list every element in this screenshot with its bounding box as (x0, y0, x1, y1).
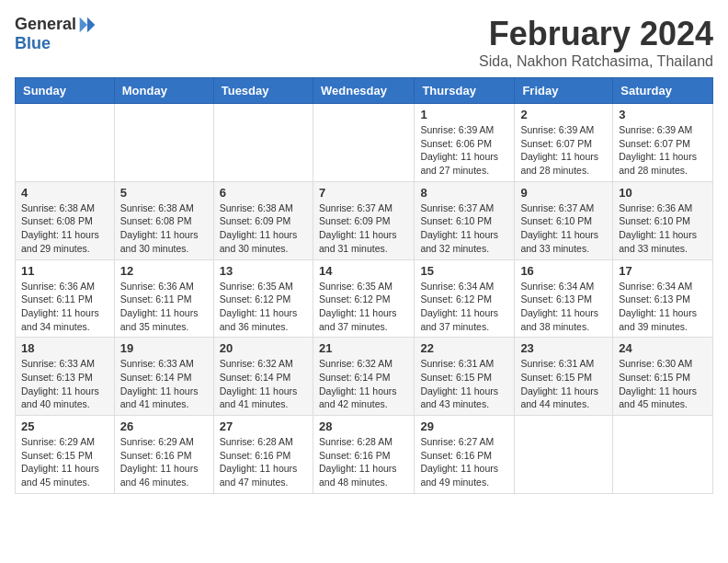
calendar-cell: 20Sunrise: 6:32 AMSunset: 6:14 PMDayligh… (213, 338, 313, 416)
calendar-cell: 17Sunrise: 6:34 AMSunset: 6:13 PMDayligh… (613, 259, 713, 338)
week-row-2: 11Sunrise: 6:36 AMSunset: 6:11 PMDayligh… (16, 259, 713, 338)
calendar-cell: 11Sunrise: 6:36 AMSunset: 6:11 PMDayligh… (16, 259, 115, 338)
svg-marker-1 (80, 17, 87, 32)
calendar-cell: 21Sunrise: 6:32 AMSunset: 6:14 PMDayligh… (313, 338, 414, 416)
day-info: Sunrise: 6:34 AMSunset: 6:12 PMDaylight:… (420, 280, 508, 334)
day-info: Sunrise: 6:32 AMSunset: 6:14 PMDaylight:… (220, 357, 307, 411)
weekday-header-tuesday: Tuesday (213, 78, 313, 104)
day-number: 13 (220, 264, 307, 278)
logo: General Blue (15, 15, 97, 53)
weekday-header-monday: Monday (114, 78, 213, 104)
day-info: Sunrise: 6:35 AMSunset: 6:12 PMDaylight:… (220, 280, 307, 334)
day-number: 16 (520, 264, 607, 278)
calendar-cell: 3Sunrise: 6:39 AMSunset: 6:07 PMDaylight… (613, 104, 713, 182)
day-number: 14 (319, 264, 408, 278)
day-number: 26 (120, 419, 208, 433)
day-info: Sunrise: 6:37 AMSunset: 6:10 PMDaylight:… (420, 201, 508, 256)
day-info: Sunrise: 6:27 AMSunset: 6:16 PMDaylight:… (420, 435, 508, 489)
calendar-cell (114, 104, 213, 182)
weekday-header-row: SundayMondayTuesdayWednesdayThursdayFrid… (16, 78, 713, 104)
calendar-table: SundayMondayTuesdayWednesdayThursdayFrid… (15, 77, 713, 494)
week-row-1: 4Sunrise: 6:38 AMSunset: 6:08 PMDaylight… (16, 181, 713, 259)
day-info: Sunrise: 6:32 AMSunset: 6:14 PMDaylight:… (319, 357, 408, 411)
day-info: Sunrise: 6:38 AMSunset: 6:08 PMDaylight:… (21, 201, 108, 256)
day-number: 11 (21, 264, 108, 278)
day-number: 3 (619, 108, 707, 121)
day-number: 5 (120, 186, 208, 200)
calendar-cell: 14Sunrise: 6:35 AMSunset: 6:12 PMDayligh… (313, 259, 414, 338)
day-number: 15 (420, 264, 508, 278)
calendar-cell: 26Sunrise: 6:29 AMSunset: 6:16 PMDayligh… (114, 416, 213, 494)
day-info: Sunrise: 6:33 AMSunset: 6:13 PMDaylight:… (21, 357, 108, 411)
day-number: 27 (220, 419, 307, 433)
day-number: 9 (520, 186, 607, 200)
day-info: Sunrise: 6:38 AMSunset: 6:09 PMDaylight:… (220, 201, 307, 256)
calendar-cell: 24Sunrise: 6:30 AMSunset: 6:15 PMDayligh… (613, 338, 713, 416)
logo-general-text: General (15, 15, 76, 34)
calendar-cell: 27Sunrise: 6:28 AMSunset: 6:16 PMDayligh… (213, 416, 313, 494)
day-number: 21 (319, 341, 408, 355)
calendar-cell: 8Sunrise: 6:37 AMSunset: 6:10 PMDaylight… (415, 181, 515, 259)
day-info: Sunrise: 6:38 AMSunset: 6:08 PMDaylight:… (120, 201, 208, 256)
location-title: Sida, Nakhon Ratchasima, Thailand (479, 53, 713, 70)
day-info: Sunrise: 6:31 AMSunset: 6:15 PMDaylight:… (420, 357, 508, 411)
weekday-header-thursday: Thursday (415, 78, 515, 104)
day-info: Sunrise: 6:34 AMSunset: 6:13 PMDaylight:… (520, 280, 607, 334)
page-header: General Blue February 2024 Sida, Nakhon … (15, 15, 713, 70)
day-info: Sunrise: 6:28 AMSunset: 6:16 PMDaylight:… (220, 435, 307, 489)
calendar-cell: 22Sunrise: 6:31 AMSunset: 6:15 PMDayligh… (415, 338, 515, 416)
day-info: Sunrise: 6:36 AMSunset: 6:11 PMDaylight:… (120, 280, 208, 334)
weekday-header-saturday: Saturday (613, 78, 713, 104)
calendar-cell: 7Sunrise: 6:37 AMSunset: 6:09 PMDaylight… (313, 181, 414, 259)
day-info: Sunrise: 6:30 AMSunset: 6:15 PMDaylight:… (619, 357, 707, 411)
day-number: 12 (120, 264, 208, 278)
calendar-cell: 29Sunrise: 6:27 AMSunset: 6:16 PMDayligh… (415, 416, 515, 494)
day-number: 18 (21, 341, 108, 355)
week-row-0: 1Sunrise: 6:39 AMSunset: 6:06 PMDaylight… (16, 104, 713, 182)
calendar-cell (613, 416, 713, 494)
day-number: 23 (520, 341, 607, 355)
day-number: 20 (220, 341, 307, 355)
day-info: Sunrise: 6:29 AMSunset: 6:15 PMDaylight:… (21, 435, 108, 489)
day-number: 28 (319, 419, 408, 433)
weekday-header-friday: Friday (515, 78, 613, 104)
title-area: February 2024 Sida, Nakhon Ratchasima, T… (479, 15, 713, 70)
day-info: Sunrise: 6:28 AMSunset: 6:16 PMDaylight:… (319, 435, 408, 489)
day-info: Sunrise: 6:36 AMSunset: 6:10 PMDaylight:… (619, 201, 707, 256)
day-number: 17 (619, 264, 707, 278)
svg-marker-0 (87, 17, 95, 32)
calendar-cell: 28Sunrise: 6:28 AMSunset: 6:16 PMDayligh… (313, 416, 414, 494)
weekday-header-wednesday: Wednesday (313, 78, 414, 104)
calendar-cell: 5Sunrise: 6:38 AMSunset: 6:08 PMDaylight… (114, 181, 213, 259)
day-number: 25 (21, 419, 108, 433)
calendar-cell (213, 104, 313, 182)
calendar-cell (16, 104, 115, 182)
day-number: 2 (520, 108, 607, 121)
day-number: 7 (319, 186, 408, 200)
calendar-cell: 4Sunrise: 6:38 AMSunset: 6:08 PMDaylight… (16, 181, 115, 259)
calendar-cell: 9Sunrise: 6:37 AMSunset: 6:10 PMDaylight… (515, 181, 613, 259)
weekday-header-sunday: Sunday (16, 78, 115, 104)
calendar-cell: 1Sunrise: 6:39 AMSunset: 6:06 PMDaylight… (415, 104, 515, 182)
calendar-cell: 23Sunrise: 6:31 AMSunset: 6:15 PMDayligh… (515, 338, 613, 416)
day-number: 1 (420, 108, 508, 121)
day-info: Sunrise: 6:36 AMSunset: 6:11 PMDaylight:… (21, 280, 108, 334)
calendar-cell: 16Sunrise: 6:34 AMSunset: 6:13 PMDayligh… (515, 259, 613, 338)
calendar-cell: 6Sunrise: 6:38 AMSunset: 6:09 PMDaylight… (213, 181, 313, 259)
calendar-cell: 13Sunrise: 6:35 AMSunset: 6:12 PMDayligh… (213, 259, 313, 338)
day-number: 19 (120, 341, 208, 355)
day-number: 6 (220, 186, 307, 200)
calendar-cell (515, 416, 613, 494)
calendar-cell: 25Sunrise: 6:29 AMSunset: 6:15 PMDayligh… (16, 416, 115, 494)
day-info: Sunrise: 6:37 AMSunset: 6:09 PMDaylight:… (319, 201, 408, 256)
calendar-cell: 12Sunrise: 6:36 AMSunset: 6:11 PMDayligh… (114, 259, 213, 338)
logo-blue-text: Blue (15, 34, 51, 53)
day-info: Sunrise: 6:37 AMSunset: 6:10 PMDaylight:… (520, 201, 607, 256)
day-info: Sunrise: 6:31 AMSunset: 6:15 PMDaylight:… (520, 357, 607, 411)
day-info: Sunrise: 6:39 AMSunset: 6:07 PMDaylight:… (619, 123, 707, 178)
calendar-cell: 18Sunrise: 6:33 AMSunset: 6:13 PMDayligh… (16, 338, 115, 416)
day-number: 22 (420, 341, 508, 355)
day-info: Sunrise: 6:33 AMSunset: 6:14 PMDaylight:… (120, 357, 208, 411)
day-info: Sunrise: 6:35 AMSunset: 6:12 PMDaylight:… (319, 280, 408, 334)
day-number: 10 (619, 186, 707, 200)
